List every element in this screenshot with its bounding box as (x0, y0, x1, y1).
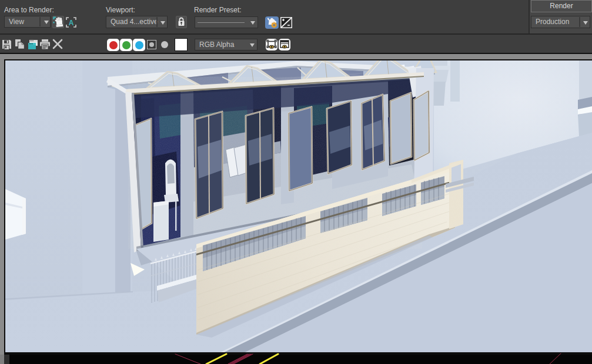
svg-text:A: A (69, 19, 74, 27)
